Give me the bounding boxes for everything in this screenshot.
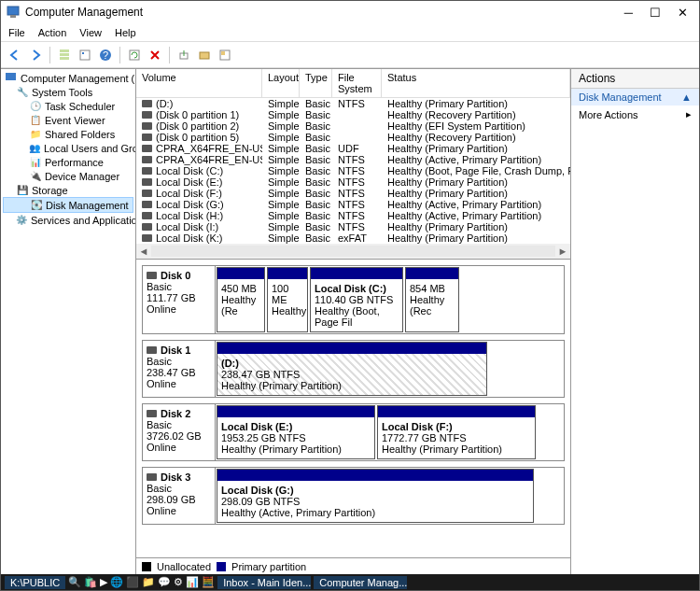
col-fs[interactable]: File System [332, 69, 382, 97]
actions-disk-management[interactable]: Disk Management▲ [571, 89, 699, 106]
menu-file[interactable]: File [8, 27, 25, 38]
collapse-icon: ▲ [681, 91, 692, 103]
partition[interactable]: 100 MEHealthy [267, 267, 308, 332]
volume-row[interactable]: Local Disk (I:)SimpleBasicNTFSHealthy (P… [136, 221, 570, 232]
partition[interactable]: Local Disk (G:)298.09 GB NTFSHealthy (Ac… [217, 469, 534, 523]
toolbar: ? [1, 42, 699, 68]
forward-button[interactable] [27, 47, 44, 63]
taskbar-icon[interactable]: 📊 [186, 576, 199, 588]
nav-performance[interactable]: 📊Performance [3, 155, 133, 169]
taskbar-icon[interactable]: 📁 [142, 576, 155, 588]
view-icon[interactable] [56, 47, 73, 63]
volume-row[interactable]: Local Disk (H:)SimpleBasicNTFSHealthy (A… [136, 210, 570, 221]
partition[interactable]: Local Disk (F:)1772.77 GB NTFSHealthy (P… [377, 405, 536, 459]
app-icon [7, 6, 20, 19]
volume-row[interactable]: Local Disk (E:)SimpleBasicNTFSHealthy (P… [136, 176, 570, 188]
nav-root[interactable]: Computer Management (Local) [3, 71, 133, 85]
delete-icon[interactable] [147, 47, 163, 63]
actions-header: Actions [571, 69, 699, 89]
svg-rect-1 [10, 15, 16, 18]
nav-system-tools[interactable]: 🔧System Tools [3, 85, 133, 99]
properties-icon[interactable] [77, 47, 93, 63]
window-title: Computer Management [25, 6, 143, 19]
nav-storage[interactable]: 💾Storage [3, 183, 133, 197]
volume-row[interactable]: CPRA_X64FRE_EN-US_DV5 (L:)SimpleBasicNTF… [136, 154, 570, 165]
partition[interactable]: Local Disk (C:)110.40 GB NTFSHealthy (Bo… [310, 267, 403, 332]
col-volume[interactable]: Volume [136, 69, 262, 97]
volume-header[interactable]: Volume Layout Type File System Status [136, 69, 570, 98]
partition[interactable]: 450 MBHealthy (Re [217, 267, 265, 332]
svg-rect-3 [60, 53, 69, 56]
taskbar-cm[interactable]: Computer Manag... [314, 576, 407, 589]
taskbar-icon[interactable]: ▶ [100, 576, 107, 588]
nav-services[interactable]: ⚙️Services and Applications [3, 213, 133, 227]
nav-task-scheduler[interactable]: 🕒Task Scheduler [3, 99, 133, 113]
volume-row[interactable]: (Disk 0 partition 5)SimpleBasicHealthy (… [136, 132, 570, 143]
volume-row[interactable]: (D:)SimpleBasicNTFSHealthy (Primary Part… [136, 98, 570, 109]
taskbar: K:\PUBLIC 🔍 🛍️ ▶ 🌐 ⬛ 📁 💬 ⚙ 📊 🧮 Inbox - M… [1, 574, 699, 590]
nav-event-viewer[interactable]: 📋Event Viewer [3, 113, 133, 127]
disk-row[interactable]: Disk 0Basic111.77 GBOnline450 MBHealthy … [142, 265, 565, 334]
action-icon-2[interactable] [196, 47, 213, 63]
legend-primary-swatch [217, 562, 226, 571]
col-layout[interactable]: Layout [262, 69, 300, 97]
legend-unallocated: Unallocated [157, 561, 211, 572]
minimize-button[interactable]: ─ [624, 6, 633, 20]
volume-row[interactable]: Local Disk (G:)SimpleBasicNTFSHealthy (A… [136, 199, 570, 210]
volume-row[interactable]: Local Disk (C:)SimpleBasicNTFSHealthy (B… [136, 165, 570, 176]
nav-disk-management[interactable]: 💽Disk Management [3, 197, 133, 213]
horizontal-scrollbar[interactable]: ◄► [136, 244, 570, 259]
volume-row[interactable]: Local Disk (F:)SimpleBasicNTFSHealthy (P… [136, 188, 570, 199]
taskbar-icon[interactable]: ⬛ [126, 576, 139, 588]
refresh-icon[interactable] [126, 47, 143, 63]
svg-rect-14 [6, 73, 16, 80]
taskbar-icon[interactable]: 🌐 [110, 576, 123, 588]
svg-text:?: ? [103, 49, 108, 61]
titlebar: Computer Management ─ ☐ ✕ [1, 1, 699, 23]
svg-rect-2 [60, 49, 69, 52]
taskbar-icon[interactable]: 🛍️ [84, 576, 97, 588]
action-icon-1[interactable] [175, 47, 192, 63]
taskbar-icon[interactable]: 💬 [158, 576, 171, 588]
menu-help[interactable]: Help [115, 27, 136, 38]
svg-rect-5 [80, 50, 90, 60]
svg-rect-6 [82, 52, 84, 54]
action-icon-3[interactable] [217, 47, 233, 63]
partition[interactable]: 854 MBHealthy (Rec [405, 267, 459, 332]
nav-device-manager[interactable]: 🔌Device Manager [3, 169, 133, 183]
legend: Unallocated Primary partition [136, 557, 570, 574]
disk-row[interactable]: Disk 3Basic298.09 GBOnlineLocal Disk (G:… [142, 467, 565, 525]
nav-tree: Computer Management (Local) 🔧System Tool… [1, 69, 136, 574]
legend-unallocated-swatch [142, 562, 151, 571]
col-type[interactable]: Type [300, 69, 332, 97]
volume-table: Volume Layout Type File System Status (D… [136, 69, 570, 260]
actions-more-actions[interactable]: More Actions▸ [571, 106, 699, 123]
partition[interactable]: (D:)238.47 GB NTFSHealthy (Primary Parti… [217, 342, 487, 396]
taskbar-start[interactable]: K:\PUBLIC [5, 576, 65, 589]
disk-graphical-view: Disk 0Basic111.77 GBOnline450 MBHealthy … [136, 260, 570, 557]
help-icon[interactable]: ? [97, 47, 114, 63]
back-button[interactable] [7, 47, 23, 63]
maximize-button[interactable]: ☐ [650, 6, 661, 20]
svg-rect-4 [60, 57, 69, 60]
menu-view[interactable]: View [79, 27, 102, 38]
taskbar-inbox[interactable]: Inbox - Main Iden... [217, 576, 311, 589]
menu-action[interactable]: Action [38, 27, 67, 38]
taskbar-icon[interactable]: ⚙ [174, 576, 183, 588]
svg-rect-0 [7, 7, 19, 15]
taskbar-icon[interactable]: 🔍 [68, 576, 81, 588]
disk-row[interactable]: Disk 2Basic3726.02 GBOnlineLocal Disk (E… [142, 403, 565, 461]
taskbar-icon[interactable]: 🧮 [202, 576, 215, 588]
volume-row[interactable]: CPRA_X64FRE_EN-US_DV5 (J:)SimpleBasicUDF… [136, 143, 570, 154]
nav-shared-folders[interactable]: 📁Shared Folders [3, 127, 133, 141]
volume-row[interactable]: Local Disk (K:)SimpleBasicexFATHealthy (… [136, 232, 570, 244]
disk-row[interactable]: Disk 1Basic238.47 GBOnline(D:)238.47 GB … [142, 340, 565, 398]
col-status[interactable]: Status [382, 69, 570, 97]
nav-local-users[interactable]: 👥Local Users and Groups [3, 141, 133, 155]
svg-rect-13 [221, 51, 225, 55]
partition[interactable]: Local Disk (E:)1953.25 GB NTFSHealthy (P… [217, 405, 375, 459]
legend-primary: Primary partition [231, 561, 306, 572]
volume-row[interactable]: (Disk 0 partition 2)SimpleBasicHealthy (… [136, 120, 570, 132]
close-button[interactable]: ✕ [678, 6, 688, 20]
volume-row[interactable]: (Disk 0 partition 1)SimpleBasicHealthy (… [136, 109, 570, 120]
